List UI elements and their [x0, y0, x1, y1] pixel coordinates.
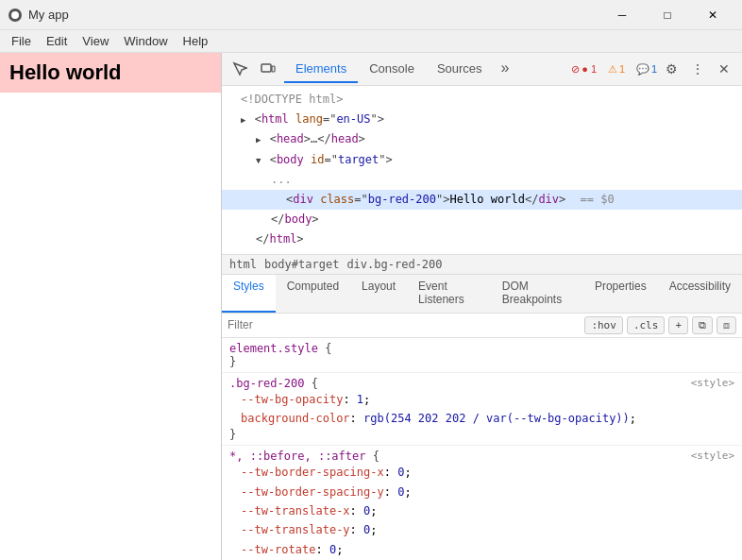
menu-view[interactable]: View	[75, 32, 116, 50]
devtools-panel: Elements Console Sources » ⊘ ● 1 ⚠ 1 💬	[222, 53, 742, 560]
settings-button[interactable]: ⚙	[659, 57, 683, 81]
warning-icon: ⚠	[608, 63, 617, 76]
error-badge: ⊘ ● 1	[571, 57, 597, 81]
warning-badge: ⚠ 1	[608, 57, 625, 81]
svg-rect-2	[261, 64, 271, 72]
devtools-main: <!DOCTYPE html> ▶ <html lang="en-US"> ▶ …	[222, 86, 742, 560]
inspect-icon	[232, 61, 247, 76]
expand-icon: ▶	[241, 115, 245, 125]
css-selector: element.style	[229, 342, 325, 355]
expand-icon: ▶	[256, 135, 261, 144]
message-badge: 💬 1	[636, 57, 657, 81]
minimize-button[interactable]: ─	[600, 0, 644, 30]
html-tree: <!DOCTYPE html> ▶ <html lang="en-US"> ▶ …	[222, 86, 742, 255]
maximize-button[interactable]: □	[646, 0, 689, 30]
tab-elements[interactable]: Elements	[284, 56, 358, 83]
filter-input[interactable]	[228, 318, 581, 331]
tab-styles[interactable]: Styles	[222, 275, 276, 313]
breadcrumb-div[interactable]: div.bg-red-200	[346, 258, 442, 271]
css-source: <style>	[691, 450, 734, 462]
expand-icon: ▼	[256, 156, 261, 165]
close-devtools-button[interactable]: ✕	[712, 57, 736, 81]
hello-world-text: Hello world	[0, 53, 221, 93]
tree-close-html[interactable]: </html>	[222, 229, 742, 249]
tree-html[interactable]: ▶ <html lang="en-US">	[222, 110, 742, 129]
close-button[interactable]: ✕	[691, 0, 734, 30]
menu-edit[interactable]: Edit	[39, 32, 75, 50]
app-title: My app	[28, 8, 600, 22]
main-layout: Hello world Elements Console Sources »	[0, 53, 742, 560]
svg-rect-3	[272, 66, 275, 72]
tab-properties[interactable]: Properties	[583, 275, 658, 313]
window-controls: ─ □ ✕	[600, 0, 734, 30]
inspect-element-button[interactable]	[228, 57, 252, 81]
devtools-tabs: Elements Console Sources »	[284, 56, 567, 83]
menu-window[interactable]: Window	[116, 32, 175, 50]
more-options-button[interactable]: ⋮	[685, 57, 710, 81]
filter-bar: :hov .cls + ⧉ ⧈	[222, 314, 742, 338]
app-icon	[8, 8, 23, 23]
breadcrumb-html[interactable]: html	[229, 258, 257, 271]
css-selector: .bg-red-200	[229, 377, 312, 390]
css-selector: *, ::before, ::after	[229, 450, 373, 463]
css-block-element-style: element.style { }	[222, 338, 742, 373]
breadcrumb-body[interactable]: body#target	[264, 258, 339, 271]
menu-help[interactable]: Help	[176, 32, 216, 50]
device-toolbar-button[interactable]	[256, 57, 280, 81]
title-bar: My app ─ □ ✕	[0, 0, 742, 30]
dollar-zero: == $0	[581, 193, 615, 206]
tree-close-body[interactable]: </body>	[222, 210, 742, 229]
css-source: <style>	[691, 377, 734, 389]
hov-button[interactable]: :hov	[584, 316, 623, 334]
message-icon: 💬	[636, 63, 649, 76]
device-icon	[261, 61, 276, 76]
tree-body[interactable]: ▼ <body id="target">	[222, 150, 742, 170]
css-block-universal: <style> *, ::before, ::after { --tw-bord…	[222, 446, 742, 560]
add-style-button[interactable]: +	[668, 316, 688, 334]
tree-head[interactable]: ▶ <head>…</head>	[222, 129, 742, 149]
menu-bar: File Edit View Window Help	[0, 30, 742, 53]
css-panel[interactable]: element.style { } <style> .bg-red-200 { …	[222, 338, 742, 561]
app-content: Hello world	[0, 53, 222, 560]
tab-more[interactable]: »	[494, 56, 517, 83]
devtools-toolbar: Elements Console Sources » ⊘ ● 1 ⚠ 1 💬	[222, 53, 742, 86]
tree-div-selected[interactable]: <div class="bg-red-200">Hello world</div…	[222, 190, 742, 210]
tab-console[interactable]: Console	[358, 56, 426, 83]
copy-style-button[interactable]: ⧉	[692, 316, 713, 334]
menu-file[interactable]: File	[4, 32, 39, 50]
breadcrumb-bar: html body#target div.bg-red-200	[222, 255, 742, 275]
tab-event-listeners[interactable]: Event Listeners	[407, 275, 491, 313]
cls-button[interactable]: .cls	[627, 316, 666, 334]
tab-accessibility[interactable]: Accessibility	[658, 275, 742, 313]
devtools-right-icons: ⊘ ● 1 ⚠ 1 💬 1 ⚙ ⋮ ✕	[571, 57, 736, 81]
tree-ellipsis: ...	[222, 170, 742, 190]
bottom-tabs: Styles Computed Layout Event Listeners D…	[222, 275, 742, 314]
svg-point-1	[11, 11, 19, 19]
error-icon: ⊘	[571, 63, 580, 76]
tab-computed[interactable]: Computed	[276, 275, 350, 313]
tab-sources[interactable]: Sources	[426, 56, 494, 83]
sidebar-button[interactable]: ⧈	[717, 316, 736, 334]
tree-doctype: <!DOCTYPE html>	[222, 90, 742, 110]
css-block-bg-red: <style> .bg-red-200 { --tw-bg-opacity: 1…	[222, 373, 742, 447]
tab-dom-breakpoints[interactable]: DOM Breakpoints	[491, 275, 583, 313]
tab-layout[interactable]: Layout	[350, 275, 407, 313]
